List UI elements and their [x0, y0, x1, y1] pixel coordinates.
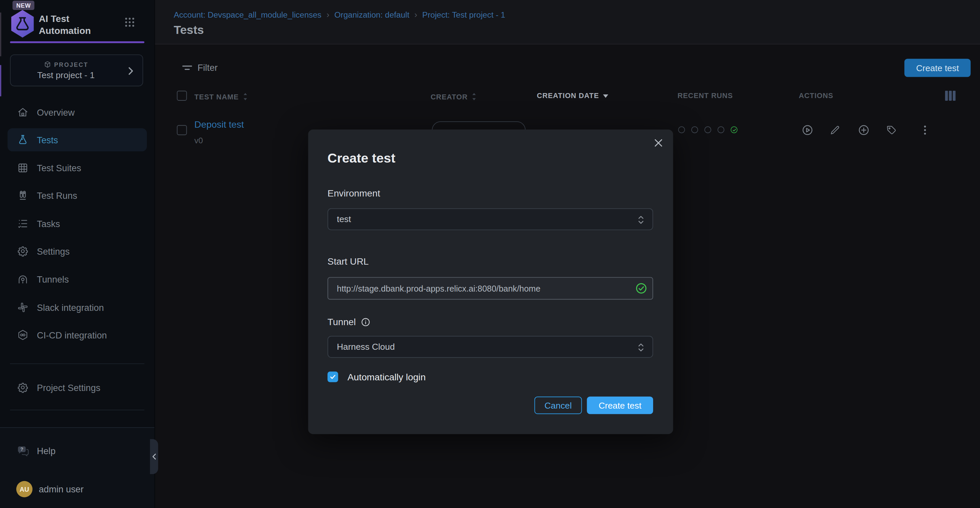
column-header-creation-date[interactable]: CREATION DATE — [537, 92, 609, 100]
tunnel-select[interactable]: Harness Cloud — [328, 336, 653, 358]
auto-login-checkbox-row[interactable]: Automatically login — [328, 372, 426, 382]
run-test-icon[interactable] — [801, 124, 814, 137]
tag-icon[interactable] — [886, 125, 897, 136]
tunnel-label-text: Tunnel — [328, 316, 356, 327]
app-logo-icon[interactable] — [9, 9, 35, 38]
run-dot-empty[interactable] — [704, 126, 711, 133]
check-icon — [732, 127, 737, 132]
filter-button[interactable]: Filter — [182, 62, 218, 72]
start-url-field — [328, 277, 653, 300]
project-eyebrow: PROJECT — [11, 61, 121, 68]
help-button[interactable]: ? Help — [8, 439, 147, 462]
start-url-input[interactable] — [328, 277, 653, 300]
column-label: ACTIONS — [799, 92, 833, 100]
breadcrumb-separator: › — [326, 9, 329, 19]
modal-title: Create test — [328, 150, 395, 166]
test-name-link[interactable]: Deposit test — [194, 119, 244, 129]
breadcrumb-organization-link[interactable]: Organization: default — [334, 10, 410, 19]
select-all-checkbox[interactable] — [177, 91, 187, 101]
column-label: CREATION DATE — [537, 92, 599, 100]
app-window: NEW AI Test Automation — [0, 0, 980, 508]
chevron-left-icon — [152, 454, 156, 460]
sidebar-item-test-runs[interactable]: Test Runs — [8, 184, 147, 207]
project-selector[interactable]: PROJECT Test project - 1 — [10, 54, 143, 86]
column-label: CREATOR — [431, 93, 468, 101]
environment-value: test — [337, 209, 351, 229]
tunnel-icon — [17, 273, 29, 285]
column-header-test-name[interactable]: TEST NAME — [194, 92, 248, 101]
sidebar-item-label: Tunnels — [37, 274, 69, 284]
help-chat-icon: ? — [16, 444, 30, 457]
run-dot-empty[interactable] — [718, 126, 724, 133]
close-icon[interactable] — [649, 133, 667, 152]
more-options-kebab-icon[interactable] — [919, 124, 932, 137]
sidebar-item-label: Test Runs — [37, 190, 77, 200]
sidebar-item-tests[interactable]: Tests — [8, 128, 147, 152]
recent-runs-indicators — [678, 126, 738, 133]
select-stepper-icon — [637, 342, 645, 353]
sidebar-item-cicd-integration[interactable]: CI-CD integration — [8, 323, 147, 347]
select-stepper-icon — [637, 214, 645, 226]
check-icon — [329, 373, 336, 380]
sidebar-item-tunnels[interactable]: Tunnels — [8, 268, 147, 291]
run-dot-empty[interactable] — [691, 126, 698, 133]
test-runs-icon — [17, 190, 29, 201]
page-header: Account: Devspace_all_module_licenses › … — [155, 0, 980, 45]
sort-desc-icon — [603, 93, 609, 98]
module-scrollbar-thumb[interactable] — [0, 65, 1, 96]
sidebar-item-label: Settings — [37, 246, 70, 256]
chevron-right-icon — [127, 67, 135, 75]
new-badge: NEW — [13, 1, 35, 10]
info-icon[interactable] — [361, 317, 371, 327]
breadcrumb-project-link[interactable]: Project: Test project - 1 — [422, 10, 505, 19]
module-switcher-icon[interactable] — [124, 17, 135, 27]
create-test-modal: Create test Environment test Start URL T… — [308, 129, 673, 434]
gear-icon — [17, 245, 29, 257]
grid-icon — [17, 162, 29, 174]
edit-pencil-icon[interactable] — [829, 125, 841, 136]
breadcrumb: Account: Devspace_all_module_licenses › … — [174, 9, 505, 19]
column-header-actions: ACTIONS — [799, 92, 833, 100]
slack-icon — [17, 302, 29, 313]
task-list-icon — [17, 218, 29, 230]
cube-icon — [43, 61, 51, 68]
row-checkbox[interactable] — [177, 125, 187, 135]
add-plus-icon[interactable] — [858, 124, 870, 137]
cicd-icon — [17, 329, 29, 341]
sidebar-item-slack-integration[interactable]: Slack integration — [8, 296, 147, 319]
sidebar-item-project-settings[interactable]: Project Settings — [8, 376, 147, 399]
sidebar-item-tasks[interactable]: Tasks — [8, 212, 147, 235]
brand-accent-rule — [10, 41, 144, 43]
sidebar-item-settings[interactable]: Settings — [8, 240, 147, 263]
sidebar-collapse-handle[interactable] — [150, 439, 158, 474]
create-test-submit-button[interactable]: Create test — [587, 397, 653, 414]
svg-text:?: ? — [20, 446, 23, 452]
run-dot-empty[interactable] — [678, 126, 685, 133]
column-header-creator[interactable]: CREATOR — [431, 92, 477, 101]
sidebar-item-overview[interactable]: Overview — [8, 101, 147, 124]
auto-login-checkbox[interactable] — [328, 372, 338, 382]
breadcrumb-account-link[interactable]: Account: Devspace_all_module_licenses — [174, 10, 321, 19]
column-header-recent-runs: RECENT RUNS — [677, 92, 733, 100]
environment-label-text: Environment — [328, 187, 380, 198]
column-label: TEST NAME — [194, 93, 239, 101]
user-name: admin user — [39, 484, 84, 494]
tunnel-label: Tunnel — [328, 316, 371, 327]
sidebar-divider — [10, 410, 144, 410]
test-version: v0 — [194, 136, 203, 145]
sidebar-item-test-suites[interactable]: Test Suites — [8, 156, 147, 179]
run-dot-passed[interactable] — [730, 126, 738, 133]
avatar: AU — [16, 481, 33, 497]
gear-icon — [17, 382, 29, 394]
cancel-button[interactable]: Cancel — [535, 397, 582, 414]
sidebar-divider — [10, 363, 144, 364]
create-test-button-toolbar[interactable]: Create test — [904, 59, 970, 77]
column-label: RECENT RUNS — [677, 92, 733, 100]
url-valid-check-icon — [635, 282, 648, 295]
flask-icon — [17, 134, 29, 146]
filter-icon — [182, 63, 192, 72]
user-menu[interactable]: AU admin user — [8, 477, 147, 500]
environment-select[interactable]: test — [328, 208, 653, 230]
column-settings-icon[interactable] — [945, 91, 956, 101]
sidebar: NEW AI Test Automation — [0, 0, 154, 508]
